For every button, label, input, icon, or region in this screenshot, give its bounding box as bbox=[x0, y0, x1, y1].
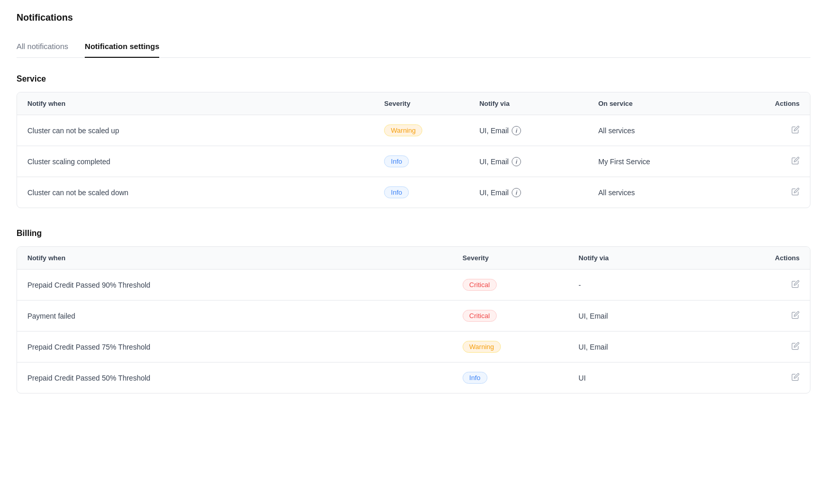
actions-cell bbox=[713, 363, 810, 393]
badge-warning: Warning bbox=[384, 124, 422, 136]
table-container-service: Notify whenSeverityNotify viaOn serviceA… bbox=[17, 92, 810, 208]
notify-when-cell: Cluster scaling completed bbox=[17, 146, 374, 177]
col-header-notify_when: Notify when bbox=[17, 92, 374, 115]
badge-info: Info bbox=[384, 186, 409, 198]
on-service-cell: All services bbox=[588, 115, 730, 146]
col-header-notify_via: Notify via bbox=[469, 92, 588, 115]
actions-cell bbox=[731, 146, 810, 177]
notify-when-cell: Prepaid Credit Passed 50% Threshold bbox=[17, 363, 452, 393]
table-row: Cluster scaling completedInfoUI, EmailiM… bbox=[17, 146, 810, 177]
table-row: Prepaid Credit Passed 50% ThresholdInfoU… bbox=[17, 363, 810, 393]
table-container-billing: Notify whenSeverityNotify viaActionsPrep… bbox=[17, 246, 810, 393]
notify-when-cell: Payment failed bbox=[17, 301, 452, 332]
edit-button[interactable] bbox=[791, 280, 800, 288]
table-row: Prepaid Credit Passed 75% ThresholdWarni… bbox=[17, 332, 810, 363]
notify-via-cell: UI, Emaili bbox=[469, 177, 588, 208]
actions-cell bbox=[713, 270, 810, 301]
severity-cell: Info bbox=[374, 177, 469, 208]
notify-via-cell: UI, Emaili bbox=[469, 115, 588, 146]
table-row: Cluster can not be scaled upWarningUI, E… bbox=[17, 115, 810, 146]
notify-when-cell: Cluster can not be scaled up bbox=[17, 115, 374, 146]
on-service-cell: My First Service bbox=[588, 146, 730, 177]
edit-button[interactable] bbox=[791, 311, 800, 319]
col-header-severity: Severity bbox=[452, 247, 568, 270]
section-service: ServiceNotify whenSeverityNotify viaOn s… bbox=[17, 74, 810, 208]
notify-via-text: UI bbox=[578, 374, 586, 382]
info-icon[interactable]: i bbox=[512, 126, 521, 135]
col-header-actions: Actions bbox=[713, 247, 810, 270]
badge-info: Info bbox=[384, 155, 409, 167]
edit-button[interactable] bbox=[791, 156, 800, 165]
notify-via-cell: UI, Email bbox=[568, 301, 713, 332]
actions-cell bbox=[731, 177, 810, 208]
notify-when-cell: Prepaid Credit Passed 75% Threshold bbox=[17, 332, 452, 363]
edit-button[interactable] bbox=[791, 125, 800, 134]
severity-cell: Warning bbox=[452, 332, 568, 363]
badge-warning: Warning bbox=[463, 341, 501, 353]
notify-when-cell: Cluster can not be scaled down bbox=[17, 177, 374, 208]
section-title-billing: Billing bbox=[17, 229, 810, 238]
notify-via-text: UI, Email bbox=[479, 188, 509, 197]
severity-cell: Critical bbox=[452, 270, 568, 301]
notify-via-cell: UI, Emaili bbox=[469, 146, 588, 177]
col-header-notify_when: Notify when bbox=[17, 247, 452, 270]
severity-cell: Warning bbox=[374, 115, 469, 146]
sections-container: ServiceNotify whenSeverityNotify viaOn s… bbox=[17, 74, 810, 393]
notify-via-text: - bbox=[578, 281, 581, 289]
col-header-notify_via: Notify via bbox=[568, 247, 713, 270]
notify-via-text: UI, Email bbox=[479, 127, 509, 135]
tab-notification-settings[interactable]: Notification settings bbox=[85, 36, 159, 58]
notify-via-cell: UI bbox=[568, 363, 713, 393]
severity-cell: Info bbox=[452, 363, 568, 393]
actions-cell bbox=[713, 332, 810, 363]
table-service: Notify whenSeverityNotify viaOn serviceA… bbox=[17, 92, 810, 208]
notify-via-text: UI, Email bbox=[578, 343, 608, 351]
notify-via-text: UI, Email bbox=[479, 158, 509, 166]
severity-cell: Info bbox=[374, 146, 469, 177]
info-icon[interactable]: i bbox=[512, 188, 521, 197]
severity-cell: Critical bbox=[452, 301, 568, 332]
page-title: Notifications bbox=[17, 12, 810, 23]
section-title-service: Service bbox=[17, 74, 810, 84]
edit-button[interactable] bbox=[791, 342, 800, 350]
badge-info: Info bbox=[463, 372, 487, 384]
badge-critical: Critical bbox=[463, 279, 497, 291]
notify-when-cell: Prepaid Credit Passed 90% Threshold bbox=[17, 270, 452, 301]
section-billing: BillingNotify whenSeverityNotify viaActi… bbox=[17, 229, 810, 393]
edit-button[interactable] bbox=[791, 187, 800, 196]
notify-via-cell: UI, Email bbox=[568, 332, 713, 363]
table-row: Cluster can not be scaled downInfoUI, Em… bbox=[17, 177, 810, 208]
badge-critical: Critical bbox=[463, 310, 497, 322]
notify-via-text: UI, Email bbox=[578, 312, 608, 320]
col-header-actions: Actions bbox=[731, 92, 810, 115]
actions-cell bbox=[731, 115, 810, 146]
col-header-on_service: On service bbox=[588, 92, 730, 115]
notify-via-cell: - bbox=[568, 270, 713, 301]
table-row: Prepaid Credit Passed 90% ThresholdCriti… bbox=[17, 270, 810, 301]
actions-cell bbox=[713, 301, 810, 332]
info-icon[interactable]: i bbox=[512, 157, 521, 166]
col-header-severity: Severity bbox=[374, 92, 469, 115]
page-container: Notifications All notifications Notifica… bbox=[0, 0, 827, 427]
tab-all-notifications[interactable]: All notifications bbox=[17, 36, 68, 58]
table-row: Payment failedCriticalUI, Email bbox=[17, 301, 810, 332]
on-service-cell: All services bbox=[588, 177, 730, 208]
edit-button[interactable] bbox=[791, 373, 800, 381]
tabs-nav: All notifications Notification settings bbox=[17, 36, 810, 58]
table-billing: Notify whenSeverityNotify viaActionsPrep… bbox=[17, 247, 810, 393]
